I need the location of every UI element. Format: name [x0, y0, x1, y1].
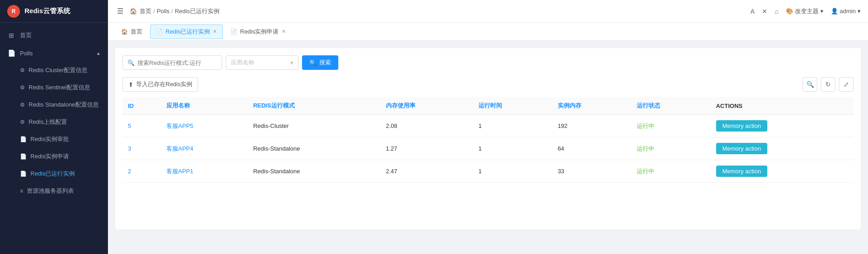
font-size-icon[interactable]: A — [751, 8, 755, 15]
sidebar-item-resource-pool-label: 资源池服务器列表 — [27, 187, 74, 195]
table-row: 3 客服APP4 Redis-Standalone 1.27 1 64 运行中 … — [122, 137, 853, 160]
redis-review-icon: 📄 — [20, 136, 27, 142]
breadcrumb-sep-2: / — [171, 8, 173, 15]
tab-apply-close[interactable]: ✕ — [282, 29, 286, 34]
row-status-1: 运行中 — [637, 145, 654, 152]
tab-apply[interactable]: 📄 Redis实例申请 ✕ — [224, 24, 291, 39]
row-redis-mode-0: Redis-Cluster — [248, 115, 380, 137]
tab-apply-label: Redis实例申请 — [240, 28, 278, 36]
sidebar-item-redis-standalone-label: Redis Standalone配置信息 — [29, 101, 99, 109]
row-instance-memory-2: 33 — [552, 160, 632, 183]
user-menu-button[interactable]: 👤 admin ▾ — [831, 8, 861, 15]
page-content: 🔍 应用名称 ▾ 🔍 搜索 ⬆ 导入已存在Redis实例 — [108, 41, 868, 254]
theme-palette-icon: 🎨 — [786, 8, 793, 15]
tab-running-close[interactable]: ✕ — [213, 29, 217, 34]
tab-home[interactable]: 🏠 首页 — [115, 24, 148, 39]
sidebar-item-home[interactable]: ⊞ 首页 — [0, 26, 108, 44]
user-icon: 👤 — [831, 8, 838, 15]
row-instance-memory-0: 192 — [552, 115, 632, 137]
table-search-icon-btn[interactable]: 🔍 — [803, 77, 817, 92]
table-fullscreen-icon-btn[interactable]: ⤢ — [839, 77, 853, 92]
tab-apply-icon: 📄 — [230, 29, 237, 35]
main-content: ☰ 🏠 首页 / Polls / Redis已运行实例 A ✕ ⌂ 🎨 改变主题… — [108, 0, 868, 254]
search-bar: 🔍 应用名称 ▾ 🔍 搜索 — [122, 55, 853, 70]
sidebar-item-home-label: 首页 — [20, 31, 32, 39]
row-app-name-link-2[interactable]: 客服APP1 — [166, 168, 193, 175]
col-instance-memory: 实例内存 — [552, 97, 632, 115]
tab-running[interactable]: 📄 Redis已运行实例 ✕ — [150, 24, 223, 39]
breadcrumb-current: Redis已运行实例 — [175, 7, 219, 15]
import-icon: ⬆ — [128, 81, 133, 88]
redis-apply-icon: 📄 — [20, 153, 27, 160]
logo-icon: R — [7, 5, 20, 18]
home-header-icon[interactable]: ⌂ — [775, 8, 778, 15]
theme-button[interactable]: 🎨 改变主题 ▾ — [786, 7, 824, 15]
col-app-name: 应用名称 — [161, 97, 248, 115]
content-card: 🔍 应用名称 ▾ 🔍 搜索 ⬆ 导入已存在Redis实例 — [115, 48, 861, 230]
fullscreen-icon[interactable]: ✕ — [762, 8, 767, 15]
row-id-link-1[interactable]: 3 — [128, 145, 131, 152]
app-name-select[interactable]: 应用名称 ▾ — [226, 55, 298, 70]
header-left: ☰ 🏠 首页 / Polls / Redis已运行实例 — [115, 5, 751, 17]
sidebar-item-redis-sentinel[interactable]: ⚙ Redis Sentinel配置信息 — [0, 79, 108, 96]
data-table: ID 应用名称 REDIS运行模式 内存使用率 运行时间 实例内存 运行状态 A… — [122, 97, 853, 183]
header-right: A ✕ ⌂ 🎨 改变主题 ▾ 👤 admin ▾ — [751, 7, 861, 15]
row-redis-mode-1: Redis-Standalone — [248, 137, 380, 160]
redis-standalone-icon: ⚙ — [20, 102, 25, 108]
row-memory-usage-2: 2.47 — [380, 160, 473, 183]
redis-mode-search-icon: 🔍 — [127, 59, 135, 66]
row-redis-mode-2: Redis-Standalone — [248, 160, 380, 183]
row-memory-usage-0: 2.08 — [380, 115, 473, 137]
sidebar-item-redis-apply[interactable]: 📄 Redis实例申请 — [0, 148, 108, 165]
sidebar-item-redis-online[interactable]: ⚙ Redis上线配置 — [0, 113, 108, 131]
col-memory-usage: 内存使用率 — [380, 97, 473, 115]
col-run-time: 运行时间 — [473, 97, 552, 115]
hamburger-button[interactable]: ☰ — [115, 5, 125, 17]
tab-home-label: 首页 — [131, 28, 142, 36]
table-refresh-icon-btn[interactable]: ↻ — [821, 77, 835, 92]
row-id-link-2[interactable]: 2 — [128, 168, 131, 175]
search-btn-label: 搜索 — [319, 59, 331, 67]
polls-icon: 📄 — [7, 49, 15, 57]
breadcrumb-polls-link[interactable]: Polls — [157, 8, 170, 15]
row-memory-usage-1: 1.27 — [380, 137, 473, 160]
memory-action-button-0[interactable]: Memory action — [716, 120, 767, 132]
sidebar-item-resource-pool[interactable]: ≡ 资源池服务器列表 — [0, 182, 108, 200]
home-icon: ⊞ — [7, 32, 15, 39]
sidebar: R Redis云管系统 ⊞ 首页 📄 Polls ▲ ⚙ Redis Clust… — [0, 0, 108, 254]
memory-action-button-2[interactable]: Memory action — [716, 166, 767, 177]
row-app-name-link-1[interactable]: 客服APP4 — [166, 145, 193, 152]
import-button[interactable]: ⬆ 导入已存在Redis实例 — [122, 77, 198, 92]
sidebar-item-redis-cluster[interactable]: ⚙ Redis Cluster配置信息 — [0, 62, 108, 79]
resource-pool-icon: ≡ — [20, 188, 23, 194]
sidebar-item-redis-online-label: Redis上线配置 — [29, 118, 67, 126]
breadcrumb-home-link[interactable]: 首页 — [140, 7, 151, 15]
sidebar-group-polls[interactable]: 📄 Polls ▲ — [0, 44, 108, 62]
redis-cluster-icon: ⚙ — [20, 67, 25, 73]
col-id: ID — [122, 97, 161, 115]
memory-action-button-1[interactable]: Memory action — [716, 143, 767, 154]
row-run-time-0: 1 — [473, 115, 552, 137]
sidebar-item-redis-cluster-label: Redis Cluster配置信息 — [29, 66, 88, 74]
breadcrumb: 🏠 首页 / Polls / Redis已运行实例 — [130, 7, 219, 15]
sidebar-item-redis-standalone[interactable]: ⚙ Redis Standalone配置信息 — [0, 96, 108, 113]
table-row: 2 客服APP1 Redis-Standalone 2.47 1 33 运行中 … — [122, 160, 853, 183]
top-header: ☰ 🏠 首页 / Polls / Redis已运行实例 A ✕ ⌂ 🎨 改变主题… — [108, 0, 868, 23]
redis-online-icon: ⚙ — [20, 119, 25, 125]
search-btn-icon: 🔍 — [309, 59, 317, 66]
tab-running-icon: 📄 — [156, 29, 163, 35]
redis-mode-search-wrap[interactable]: 🔍 — [122, 55, 222, 70]
polls-arrow-icon: ▲ — [96, 51, 101, 56]
row-id-link-0[interactable]: 5 — [128, 122, 131, 129]
sidebar-group-polls-label: Polls — [20, 50, 33, 57]
user-arrow-icon: ▾ — [858, 8, 861, 15]
sidebar-item-redis-running-label: Redis已运行实例 — [30, 170, 75, 178]
row-run-time-2: 1 — [473, 160, 552, 183]
row-app-name-link-0[interactable]: 客服APP5 — [166, 122, 193, 129]
sidebar-item-redis-review[interactable]: 📄 Redis实例审批 — [0, 131, 108, 148]
tab-running-label: Redis已运行实例 — [166, 28, 210, 36]
search-button[interactable]: 🔍 搜索 — [302, 55, 338, 70]
sidebar-item-redis-running[interactable]: 📄 Redis已运行实例 — [0, 165, 108, 182]
theme-arrow-icon: ▾ — [820, 8, 824, 15]
redis-mode-search-input[interactable] — [137, 59, 217, 66]
